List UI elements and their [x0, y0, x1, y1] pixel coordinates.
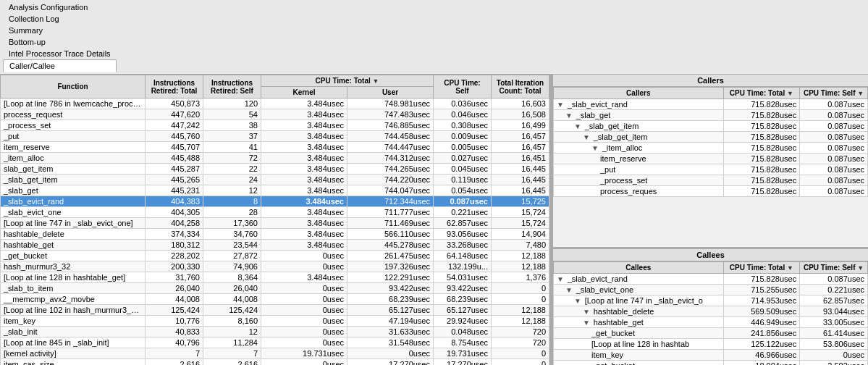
table-cell: 711.777usec [347, 207, 434, 218]
table-cell: 228,202 [146, 251, 203, 261]
col-header-iter-count[interactable]: Total IterationCount: Total [492, 75, 549, 98]
table-cell: _get_bucket [554, 327, 724, 338]
table-cell: 17.270usec [347, 359, 434, 366]
table-cell: ▼ _slab_get_item [554, 132, 724, 143]
table-row[interactable]: _item_alloc445,488723.484usec744.312usec… [1, 153, 549, 164]
table-row[interactable]: [kernel activity]7719.731usec0usec19.731… [1, 348, 549, 359]
table-row[interactable]: __memcmp_avx2_movbe44,00844,0080usec68.2… [1, 294, 549, 305]
table-cell: _get_bucket [1, 251, 146, 261]
table-cell: 7,480 [492, 240, 549, 251]
menu-item[interactable]: Collection Log [3, 13, 117, 25]
table-row[interactable]: _slab_evict_one404,305283.484usec711.777… [1, 207, 549, 218]
menu-item[interactable]: Intel Processor Trace Details [3, 48, 117, 59]
table-cell: 744.220usec [347, 175, 434, 185]
table-row[interactable]: _put715.828usec0.087usec [554, 164, 868, 175]
function-table: Function InstructionsRetired: Total Inst… [0, 75, 549, 365]
table-cell: 445,760 [146, 131, 203, 142]
table-row[interactable]: ▼ _slab_get_item715.828usec0.087usec [554, 132, 868, 143]
table-row[interactable]: [Loop at line 845 in _slab_init]40,79611… [1, 337, 549, 348]
table-cell: 16,499 [492, 120, 549, 131]
table-row[interactable]: item_key10,7768,1600usec47.194usec29.924… [1, 316, 549, 327]
table-row[interactable]: process_request447,620543.484usec747.483… [1, 109, 549, 120]
table-cell: 744.047usec [347, 185, 434, 196]
table-cell: 180,312 [146, 240, 203, 251]
table-row[interactable]: hashtable_delete374,33434,7603.484usec56… [1, 229, 549, 240]
table-row[interactable]: ▼ _slab_get715.828usec0.087usec [554, 110, 868, 121]
table-cell: hash_murmur3_32 [1, 261, 146, 272]
table-row[interactable]: item_cas_size2,6162,6160usec17.270usec17… [1, 359, 549, 366]
table-row[interactable]: _put445,760373.484usec744.458usec0.009us… [1, 131, 549, 142]
table-cell: 33.268usec [434, 240, 492, 251]
function-table-wrapper[interactable]: Function InstructionsRetired: Total Inst… [0, 75, 549, 365]
table-row[interactable]: ▼ hashtable_delete569.509usec93.044usec [554, 306, 868, 316]
table-cell: 62.857usec [800, 295, 868, 306]
table-row[interactable]: ▼ _item_alloc715.828usec0.087usec [554, 143, 868, 154]
menu-item[interactable]: Analysis Configuration [3, 1, 117, 13]
table-cell: 64.148usec [434, 251, 492, 261]
table-cell: _item_alloc [1, 153, 146, 164]
table-row[interactable]: [Loop at line 747 in _slab_evict_one]404… [1, 218, 549, 229]
table-row[interactable]: process_reques715.828usec0.087usec [554, 186, 868, 197]
table-cell: 44,008 [146, 294, 203, 305]
table-row[interactable]: [Loop at line 786 in lwemcache_process_r… [1, 98, 549, 109]
table-cell: 241.856usec [723, 327, 800, 338]
table-cell: 0.087usec [800, 154, 868, 164]
table-cell: 0.087usec [800, 110, 868, 121]
callers-col-total[interactable]: CPU Time: Total ▼ [723, 88, 800, 99]
col-header-cpu-self[interactable]: CPU Time:Self [434, 75, 492, 98]
col-header-function[interactable]: Function [1, 75, 146, 98]
table-row[interactable]: ▼ hashtable_get446.949usec33.005usec [554, 316, 868, 327]
table-row[interactable]: _slab_init40,833120usec31.633usec0.048us… [1, 327, 549, 337]
table-row[interactable]: item_reserve715.828usec0.087usec [554, 154, 868, 164]
table-row[interactable]: _get_bucket18.904usec2.502usec [554, 360, 868, 365]
table-cell: 12,188 [492, 261, 549, 272]
table-cell: _slab_init [1, 327, 146, 337]
table-row[interactable]: ▼ [Loop at line 747 in _slab_evict_o714.… [554, 295, 868, 306]
menu-item[interactable]: Bottom-up [3, 36, 117, 48]
table-row[interactable]: _slab_evict_rand404,38383.484usec712.344… [1, 196, 549, 207]
table-row[interactable]: _get_bucket228,20227,8720usec261.475usec… [1, 251, 549, 261]
table-row[interactable]: slab_get_item445,287223.484usec744.265us… [1, 164, 549, 175]
main-content: Function InstructionsRetired: Total Inst… [0, 75, 868, 365]
table-row[interactable]: item_key46.966usec0usec [554, 349, 868, 360]
callees-col-self[interactable]: CPU Time: Self ▼ [800, 261, 868, 273]
table-cell: _slab_evict_one [1, 207, 146, 218]
callers-col-func[interactable]: Callers [554, 88, 724, 99]
table-row[interactable]: [Loop at line 128 in hashtable_get]31,76… [1, 272, 549, 283]
table-row[interactable]: [Loop at line 102 in hash_murmur3_32]125… [1, 305, 549, 316]
col-header-instr-self[interactable]: InstructionsRetired: Self [203, 75, 261, 98]
table-row[interactable]: _get_bucket241.856usec61.414usec [554, 327, 868, 338]
callers-title: Callers [553, 75, 868, 87]
menu-item[interactable]: Summary [3, 25, 117, 36]
table-cell: 0.005usec [434, 142, 492, 153]
table-row[interactable]: hashtable_get180,31223,5443.484usec445.2… [1, 240, 549, 251]
table-row[interactable]: _slab_get445,231123.484usec744.047usec0.… [1, 185, 549, 196]
table-row[interactable]: hash_murmur3_32200,33074,9060usec197.326… [1, 261, 549, 272]
table-row[interactable]: _process_set447,242383.484usec746.885use… [1, 120, 549, 131]
col-header-cpu-kernel[interactable]: Kernel [261, 87, 347, 98]
callers-table-wrapper[interactable]: Callers CPU Time: Total ▼ CPU Time: Self… [553, 87, 868, 247]
table-cell: 125,424 [203, 305, 261, 316]
table-cell: 566.110usec [347, 229, 434, 240]
callees-col-func[interactable]: Callees [554, 261, 724, 273]
table-row[interactable]: _slab_to_item26,04026,0400usec93.422usec… [1, 283, 549, 294]
table-cell: ▼ _slab_evict_rand [554, 273, 724, 284]
table-row[interactable]: ▼ _slab_evict_rand715.828usec0.087usec [554, 99, 868, 110]
table-row[interactable]: _slab_get_item445,265243.484usec744.220u… [1, 175, 549, 185]
table-cell: 715.828usec [723, 143, 800, 154]
table-row[interactable]: ▼ _slab_evict_one715.255usec0.221usec [554, 284, 868, 295]
callees-col-total[interactable]: CPU Time: Total ▼ [723, 261, 800, 273]
table-cell: ▼ hashtable_get [554, 316, 724, 327]
table-cell: 12,188 [492, 305, 549, 316]
callees-table-wrapper[interactable]: Callees CPU Time: Total ▼ CPU Time: Self… [553, 261, 868, 366]
table-cell: 0usec [261, 327, 347, 337]
col-header-instr-total[interactable]: InstructionsRetired: Total [146, 75, 203, 98]
menu-item[interactable]: Caller/Callee [3, 59, 117, 72]
table-row[interactable]: item_reserve445,707413.484usec744.447use… [1, 142, 549, 153]
table-row[interactable]: ▼ _slab_evict_rand715.828usec0.087usec [554, 273, 868, 284]
callers-col-self[interactable]: CPU Time: Self ▼ [800, 88, 868, 99]
table-row[interactable]: [Loop at line 128 in hashtab125.122usec5… [554, 338, 868, 349]
table-row[interactable]: ▼ _slab_get_item715.828usec0.087usec [554, 121, 868, 132]
table-row[interactable]: _process_set715.828usec0.087usec [554, 175, 868, 186]
col-header-cpu-user[interactable]: User [347, 87, 434, 98]
